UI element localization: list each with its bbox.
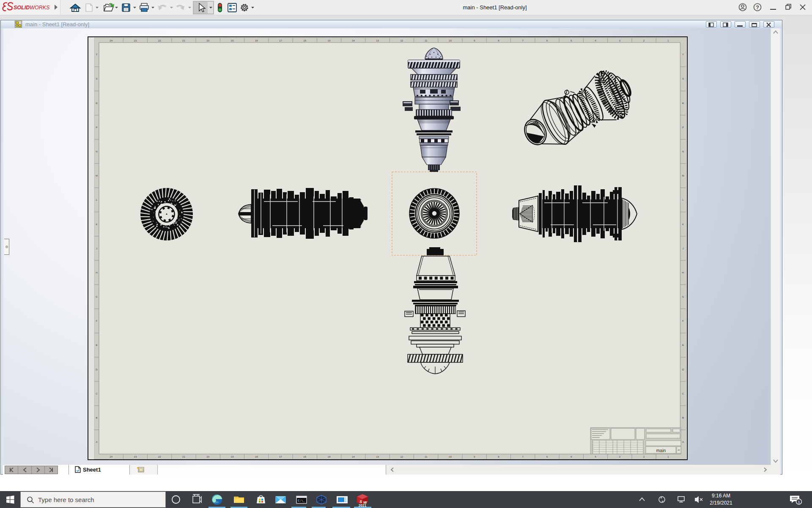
svg-text:B: B [96, 416, 97, 419]
svg-text:N: N [682, 150, 684, 153]
svg-text:2: 2 [643, 455, 645, 458]
svg-text:A0: A0 [678, 449, 680, 451]
svg-text:3: 3 [619, 39, 621, 42]
svg-text:20: 20 [206, 455, 209, 458]
svg-text:1: 1 [667, 39, 669, 42]
svg-text:1: 1 [798, 500, 800, 504]
svg-text:P: P [96, 126, 97, 129]
svg-text:9: 9 [474, 455, 475, 458]
svg-text:21: 21 [182, 455, 185, 458]
svg-text:18: 18 [255, 39, 258, 42]
svg-text:5: 5 [571, 455, 572, 458]
svg-text:15: 15 [328, 455, 331, 458]
svg-text:11: 11 [425, 455, 428, 458]
svg-text:D: D [682, 368, 684, 371]
svg-text:22: 22 [158, 39, 161, 42]
svg-text:19: 19 [231, 455, 234, 458]
svg-text:5: 5 [571, 39, 572, 42]
svg-text:1: 1 [667, 455, 669, 458]
svg-text:3: 3 [619, 455, 621, 458]
svg-text:?: ? [756, 4, 759, 11]
svg-text:11: 11 [425, 39, 428, 42]
svg-text:B: B [682, 416, 684, 419]
svg-text:8: 8 [498, 455, 499, 458]
svg-text:22: 22 [158, 455, 161, 458]
svg-text:T: T [682, 53, 684, 56]
svg-text:F: F [682, 319, 684, 322]
svg-text:10: 10 [449, 455, 452, 458]
svg-text:14: 14 [352, 455, 355, 458]
svg-text:S: S [96, 77, 97, 80]
svg-text:20: 20 [206, 39, 209, 42]
svg-text:24: 24 [110, 39, 112, 42]
svg-text:7: 7 [522, 455, 524, 458]
svg-text:main: main [656, 448, 666, 453]
svg-text:8: 8 [498, 39, 499, 42]
svg-text:16: 16 [303, 455, 306, 458]
svg-text:2: 2 [643, 39, 645, 42]
svg-text:S: S [682, 77, 684, 80]
svg-text:T: T [96, 53, 98, 56]
svg-text:M: M [682, 174, 684, 177]
svg-text:23: 23 [134, 39, 137, 42]
svg-text:C:\_: C:\_ [298, 499, 305, 502]
svg-text:15: 15 [328, 39, 331, 42]
svg-text:E: E [682, 343, 684, 346]
svg-text:R: R [682, 102, 684, 105]
svg-text:G: G [96, 295, 98, 298]
svg-text:17: 17 [279, 455, 282, 458]
svg-text:17: 17 [279, 39, 282, 42]
svg-text:N: N [96, 150, 97, 153]
svg-text:4: 4 [595, 39, 596, 42]
svg-text:R: R [96, 102, 98, 105]
svg-text:13: 13 [376, 39, 379, 42]
svg-text:19: 19 [231, 39, 234, 42]
svg-text:C: C [96, 392, 98, 395]
svg-text:21: 21 [182, 39, 185, 42]
svg-text:J: J [682, 247, 683, 250]
svg-text:J: J [96, 247, 97, 250]
svg-text:18: 18 [255, 455, 258, 458]
svg-text:L: L [96, 198, 98, 201]
svg-text:24: 24 [110, 455, 112, 458]
svg-text:23: 23 [134, 455, 137, 458]
svg-text:4: 4 [595, 455, 596, 458]
svg-text:12: 12 [400, 455, 403, 458]
svg-text:6: 6 [546, 455, 548, 458]
svg-text:10: 10 [449, 39, 452, 42]
svg-text:16: 16 [303, 39, 306, 42]
svg-text:L: L [682, 198, 684, 201]
svg-text:7: 7 [522, 39, 524, 42]
svg-text:G: G [682, 295, 684, 298]
svg-text:12: 12 [400, 39, 403, 42]
svg-text:H: H [682, 271, 684, 274]
svg-text:P: P [682, 126, 684, 129]
svg-text:F: F [96, 319, 98, 322]
svg-text:14: 14 [352, 39, 355, 42]
svg-text:D: D [96, 368, 98, 371]
svg-text:9: 9 [474, 39, 475, 42]
svg-text:13: 13 [376, 455, 379, 458]
svg-text:E: E [96, 343, 97, 346]
svg-text:6: 6 [546, 39, 548, 42]
svg-text:M: M [96, 174, 98, 177]
svg-text:H: H [96, 271, 97, 274]
svg-text:C: C [682, 392, 684, 395]
